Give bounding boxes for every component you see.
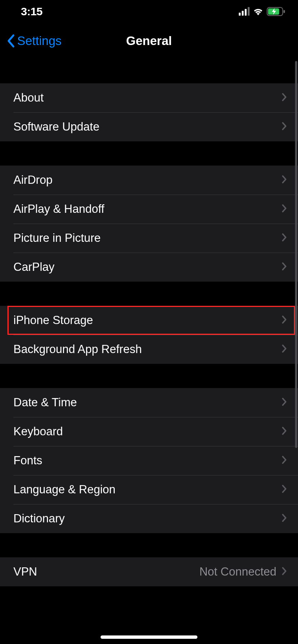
row-label: Dictionary (13, 512, 282, 525)
settings-group: AirDropAirPlay & HandoffPicture in Pictu… (0, 166, 298, 282)
row-label: Background App Refresh (13, 343, 282, 356)
group-spacer (0, 533, 298, 557)
chevron-right-icon (282, 483, 287, 496)
row-background-app-refresh[interactable]: Background App Refresh (0, 335, 298, 364)
row-label: About (13, 91, 282, 105)
chevron-right-icon (282, 173, 287, 187)
battery-charging-icon (267, 7, 285, 16)
chevron-right-icon (282, 202, 287, 216)
row-airplay-handoff[interactable]: AirPlay & Handoff (0, 195, 298, 224)
row-date-time[interactable]: Date & Time (0, 388, 298, 417)
row-airdrop[interactable]: AirDrop (0, 166, 298, 195)
row-about[interactable]: About (0, 83, 298, 112)
back-button[interactable]: Settings (7, 23, 61, 58)
group-spacer (0, 282, 298, 306)
row-label: Date & Time (13, 396, 282, 409)
row-label: AirDrop (13, 173, 282, 187)
row-label: AirPlay & Handoff (13, 202, 282, 216)
group-spacer (0, 61, 298, 83)
row-label: CarPlay (13, 260, 282, 274)
scroll-indicator[interactable] (295, 61, 297, 448)
chevron-left-icon (7, 34, 15, 48)
settings-group: VPNNot Connected (0, 557, 298, 586)
settings-group: AboutSoftware Update (0, 83, 298, 141)
group-spacer (0, 141, 298, 166)
row-iphone-storage[interactable]: iPhone Storage (0, 306, 298, 335)
chevron-right-icon (282, 343, 287, 356)
group-spacer (0, 364, 298, 388)
settings-group: Date & TimeKeyboardFontsLanguage & Regio… (0, 388, 298, 533)
row-vpn[interactable]: VPNNot Connected (0, 557, 298, 586)
back-label: Settings (17, 34, 61, 48)
row-keyboard[interactable]: Keyboard (0, 417, 298, 446)
row-label: Language & Region (13, 483, 282, 496)
row-label: Fonts (13, 454, 282, 467)
chevron-right-icon (282, 565, 287, 579)
svg-rect-2 (283, 10, 285, 13)
row-label: iPhone Storage (13, 314, 282, 327)
row-label: Picture in Picture (13, 231, 282, 245)
status-indicator-group (239, 7, 285, 16)
home-indicator[interactable] (101, 635, 197, 639)
chevron-right-icon (282, 120, 287, 134)
row-fonts[interactable]: Fonts (0, 446, 298, 475)
row-label: VPN (13, 565, 199, 579)
cellular-signal-icon (239, 7, 250, 16)
status-time: 3:15 (21, 5, 42, 18)
row-language-region[interactable]: Language & Region (0, 475, 298, 504)
row-carplay[interactable]: CarPlay (0, 253, 298, 282)
row-dictionary[interactable]: Dictionary (0, 504, 298, 533)
chevron-right-icon (282, 91, 287, 105)
settings-group: iPhone StorageBackground App Refresh (0, 306, 298, 364)
chevron-right-icon (282, 231, 287, 245)
chevron-right-icon (282, 314, 287, 327)
chevron-right-icon (282, 260, 287, 274)
page-title: General (126, 34, 172, 48)
row-label: Software Update (13, 120, 282, 134)
row-detail: Not Connected (199, 565, 276, 579)
chevron-right-icon (282, 396, 287, 409)
row-picture-in-picture[interactable]: Picture in Picture (0, 224, 298, 253)
navigation-bar: Settings General (0, 23, 298, 58)
chevron-right-icon (282, 512, 287, 525)
row-software-update[interactable]: Software Update (0, 112, 298, 141)
row-label: Keyboard (13, 425, 282, 438)
wifi-icon (253, 7, 264, 16)
status-bar: 3:15 (0, 0, 298, 23)
chevron-right-icon (282, 454, 287, 467)
chevron-right-icon (282, 425, 287, 438)
